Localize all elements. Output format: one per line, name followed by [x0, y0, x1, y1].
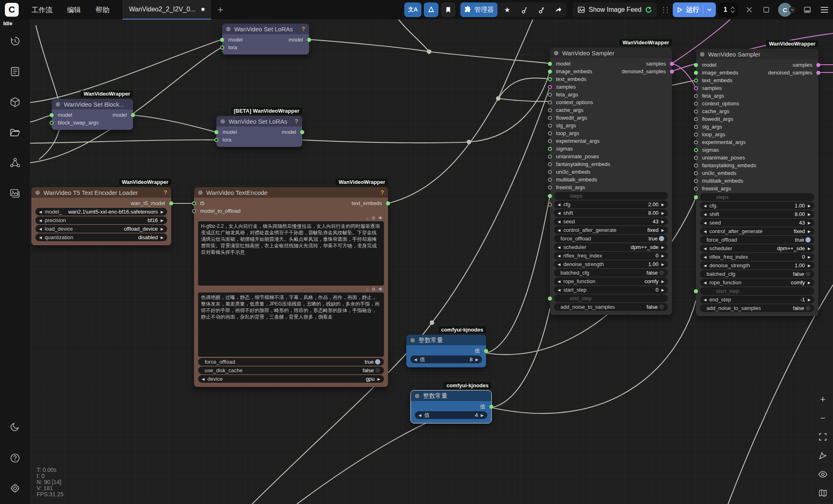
decrement-icon[interactable]: ◀	[419, 413, 421, 417]
decrement-icon[interactable]: ◀	[39, 218, 42, 223]
zoom-out-button[interactable]: −	[818, 413, 828, 423]
decrement-icon[interactable]: ◀	[558, 279, 560, 284]
output-slot-samples[interactable]	[816, 63, 820, 67]
clean-vram-button[interactable]	[517, 2, 532, 17]
input-slot-slg_args[interactable]	[548, 124, 552, 128]
input-slot-model[interactable]	[214, 130, 218, 134]
decrement-icon[interactable]: ◀	[558, 211, 560, 215]
history-tab-button[interactable]	[10, 36, 20, 48]
widget-seed[interactable]: ◀seed43▶	[554, 218, 668, 225]
collapse-dot-icon[interactable]	[226, 27, 231, 31]
fit-view-button[interactable]	[818, 432, 828, 442]
node-set-loras-top[interactable]: WanVideo Set LoRAs?modelmodellora	[222, 24, 309, 55]
input-slot-cache_args[interactable]	[694, 109, 698, 113]
increment-icon[interactable]: ▶	[808, 281, 811, 285]
help-button[interactable]	[10, 453, 20, 465]
widget-riflex_freq_index[interactable]: ◀riflex_freq_index0▶	[700, 253, 814, 261]
comfyui-logo[interactable]: C	[5, 3, 19, 17]
node-textencode[interactable]: WanVideoWrapperWanVideo TextEncode?t5tex…	[194, 187, 388, 387]
input-slot-context_options[interactable]	[694, 102, 698, 106]
input-slot-sigmas[interactable]	[694, 148, 698, 152]
prompt-textarea[interactable]: 色调艳丽，过曝，静态，细节模糊不清，字幕，风格，作品，画作，画面，静止，整体发灰…	[198, 292, 384, 357]
decrement-icon[interactable]: ◀	[558, 203, 560, 207]
widget-precision[interactable]: ◀precisionbf16▶	[35, 216, 167, 224]
gear-icon[interactable]: ⚙	[371, 287, 375, 292]
node-titlebar[interactable]: WanVideo T5 Text Encoder Loader?	[31, 187, 171, 198]
count-down-icon[interactable]	[731, 10, 735, 13]
increment-icon[interactable]: ▶	[161, 210, 164, 214]
collapse-dot-icon[interactable]	[410, 338, 415, 343]
gear-icon[interactable]: ⚙	[371, 216, 375, 221]
input-slot-feta_args[interactable]	[548, 93, 552, 97]
widget-load_device[interactable]: ◀load_deviceoffload_device▶	[35, 225, 167, 233]
decrement-icon[interactable]: ◀	[558, 220, 560, 224]
output-slot-值[interactable]	[489, 405, 493, 409]
run-options-chevron-icon[interactable]	[707, 7, 712, 12]
node-set-loras-beta[interactable]: [BETA] WanVideoWrapperWanVideo Set LoRAs…	[216, 116, 302, 147]
collapse-dot-icon[interactable]	[700, 52, 704, 57]
collapse-dot-icon[interactable]	[35, 190, 40, 195]
input-slot-image_embeds[interactable]	[694, 71, 698, 75]
share-button[interactable]	[551, 2, 566, 17]
input-slot-lora[interactable]	[214, 138, 218, 142]
circle-icon[interactable]: ○	[366, 216, 369, 221]
decrement-icon[interactable]: ◀	[558, 288, 560, 292]
run-button[interactable]: 运行	[673, 2, 716, 17]
input-slot-flowedit_args[interactable]	[694, 117, 698, 121]
speaker-icon[interactable]	[378, 287, 383, 292]
output-slot-model[interactable]	[131, 113, 135, 117]
input-slot-context_options[interactable]	[548, 100, 552, 105]
input-slot-lora[interactable]	[220, 46, 224, 50]
input-slot-loop_args[interactable]	[548, 131, 552, 135]
decrement-icon[interactable]: ◀	[704, 204, 707, 208]
widget-scheduler[interactable]: ◀schedulerdpm++_sde▶	[700, 244, 814, 252]
decrement-icon[interactable]: ◀	[704, 221, 707, 225]
toggle-knob[interactable]	[805, 305, 811, 311]
widget-shift[interactable]: ◀shift8.00▶	[554, 209, 668, 217]
input-slot-steps[interactable]	[694, 195, 698, 199]
toggle-knob[interactable]	[375, 368, 380, 373]
input-slot-multitalk_embeds[interactable]	[548, 178, 552, 182]
node-help-icon[interactable]: ?	[380, 189, 384, 196]
zoom-in-button[interactable]: +	[818, 394, 828, 405]
widget-start_step[interactable]: start_step	[700, 287, 814, 295]
increment-icon[interactable]: ▶	[808, 255, 811, 259]
node-titlebar[interactable]: 整数常量	[406, 335, 486, 345]
input-slot-loop_args[interactable]	[694, 133, 698, 137]
batch-count-stepper[interactable]: 1	[718, 2, 738, 17]
input-slot-fantasytalking_embeds[interactable]	[694, 164, 698, 168]
widget-cfg[interactable]: ◀cfg1.00▶	[700, 202, 814, 209]
input-slot-flowedit_args[interactable]	[548, 116, 552, 120]
decrement-icon[interactable]: ◀	[704, 298, 707, 302]
widget-steps[interactable]: steps	[700, 193, 814, 201]
widget-值[interactable]: ◀值8▶	[410, 356, 482, 363]
input-slot-model_to_offload[interactable]	[192, 209, 196, 213]
node-titlebar[interactable]: WanVideo Sampler	[696, 49, 818, 59]
widget-control_after_generate[interactable]: ◀control_after_generatefixed▶	[554, 226, 668, 234]
input-slot-freeinit_args[interactable]	[548, 185, 552, 190]
count-up-icon[interactable]	[731, 7, 735, 9]
theme-toggle-button[interactable]	[10, 422, 20, 434]
input-slot-steps[interactable]	[548, 194, 552, 198]
node-map-button[interactable]	[10, 157, 20, 170]
increment-icon[interactable]: ▶	[661, 245, 664, 249]
input-slot-t5[interactable]	[192, 201, 196, 205]
decrement-icon[interactable]: ◀	[558, 254, 560, 258]
input-slot-model[interactable]	[694, 63, 698, 67]
decrement-icon[interactable]: ◀	[704, 212, 707, 216]
increment-icon[interactable]: ▶	[808, 247, 811, 251]
input-slot-fantasytalking_embeds[interactable]	[548, 162, 552, 166]
decrement-icon[interactable]: ◀	[39, 236, 42, 240]
gallery-button[interactable]	[10, 189, 20, 200]
toggle-knob[interactable]	[659, 304, 664, 310]
widget-control_after_generate[interactable]: ◀control_after_generatefixed▶	[700, 227, 814, 235]
collapse-dot-icon[interactable]	[220, 119, 225, 124]
output-slot-值[interactable]	[484, 349, 488, 353]
increment-icon[interactable]: ▶	[475, 358, 478, 362]
widget-add_noise_to_samples[interactable]: add_noise_to_samplesfalse	[700, 304, 814, 312]
input-slot-text_embeds[interactable]	[548, 77, 552, 81]
input-slot-unianimate_poses[interactable]	[694, 156, 698, 160]
toolbar-drag-handle[interactable]	[663, 4, 668, 15]
increment-icon[interactable]: ▶	[161, 218, 164, 223]
menu-help[interactable]: 帮助	[88, 0, 117, 20]
